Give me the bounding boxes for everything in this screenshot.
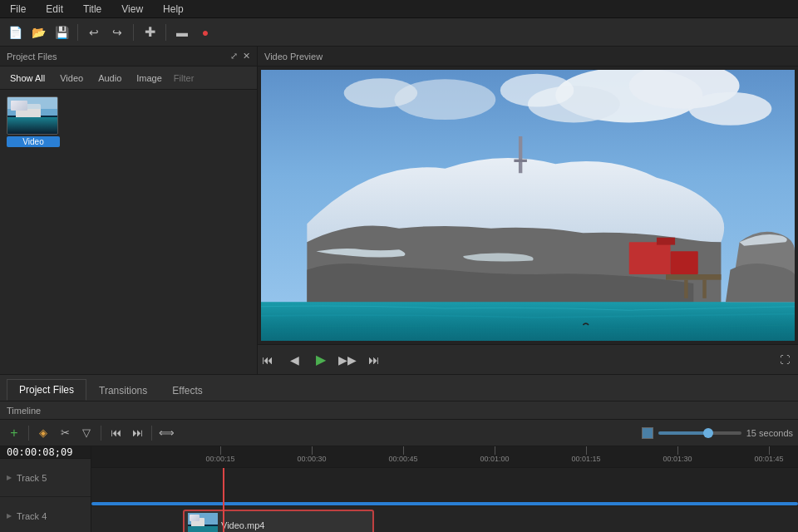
ruler-label: 00:01:30 — [663, 455, 692, 463]
track-labels: Track 5 Track 4 Track 0 — [0, 459, 91, 532]
svg-point-12 — [344, 78, 418, 107]
ruler-tick — [769, 446, 770, 455]
tl-sep-3 — [151, 426, 152, 441]
svg-rect-4 — [7, 97, 58, 109]
filter-input[interactable] — [174, 73, 224, 83]
svg-rect-16 — [671, 251, 698, 274]
video-controls: ⏮ ◀ ▶ ▶▶ ⏭ ⛶ — [258, 344, 798, 374]
svg-rect-3 — [7, 117, 58, 135]
track-row-4: Video.mp4 — [91, 506, 798, 532]
fullscreen-btn[interactable]: ⛶ — [775, 350, 795, 370]
ruler-tick — [495, 446, 495, 455]
open-button[interactable]: 📂 — [28, 22, 48, 42]
tab-audio[interactable]: Audio — [91, 71, 128, 86]
ruler-label: 00:00:15 — [205, 455, 234, 463]
tracks-area: Video.mp4 — [91, 468, 798, 532]
menu-file[interactable]: File — [7, 2, 29, 17]
tab-project-files[interactable]: Project Files — [7, 379, 86, 401]
svg-rect-13 — [519, 136, 522, 173]
svg-point-10 — [689, 92, 772, 126]
tl-sep-2 — [101, 426, 101, 441]
track-row-5 — [91, 468, 798, 506]
razor-btn[interactable]: ✂ — [56, 424, 74, 442]
snap-btn[interactable]: ◈ — [34, 424, 52, 442]
next-keyframe-btn[interactable]: ⏭ — [128, 424, 146, 442]
close-icon[interactable]: ✕ — [243, 51, 250, 62]
toolbar-separator-2 — [133, 24, 134, 41]
tl-sep-1 — [28, 426, 29, 441]
tab-image[interactable]: Image — [130, 71, 169, 86]
ruler-label: 00:00:45 — [388, 455, 417, 463]
timeline-ruler: 00:00:1500:00:3000:00:4500:01:0000:01:15… — [91, 446, 798, 468]
media-thumb-label: Video — [7, 136, 60, 147]
timeline-header: Timeline — [0, 401, 798, 420]
ruler-tick — [677, 446, 678, 455]
bottom-tabs-bar: Project Files Transitions Effects — [0, 375, 798, 401]
filter-btn[interactable]: ▽ — [77, 424, 96, 442]
redo-button[interactable]: ↪ — [107, 22, 127, 42]
render-button[interactable]: ● — [195, 22, 215, 42]
prev-keyframe-btn[interactable]: ⏮ — [106, 424, 125, 442]
timeline-toolbar: + ◈ ✂ ▽ ⏮ ⏭ ⟺ 15 seconds — [0, 420, 798, 446]
align-btn[interactable]: ⟺ — [157, 424, 175, 442]
ruler-tick — [312, 446, 313, 455]
track-5-bar — [91, 502, 798, 505]
svg-rect-14 — [514, 160, 526, 162]
menu-title[interactable]: Title — [80, 2, 105, 17]
timeline-zoom: 15 seconds — [642, 427, 793, 439]
video-preview-header: Video Preview — [258, 47, 798, 66]
tab-effects[interactable]: Effects — [160, 380, 214, 401]
tab-video[interactable]: Video — [53, 71, 90, 86]
zoom-label: 15 seconds — [746, 428, 793, 438]
track-label-5: Track 5 — [0, 459, 91, 497]
current-time-display: 00:00:08;09 — [7, 446, 72, 458]
undo-button[interactable]: ↩ — [84, 22, 104, 42]
svg-rect-25 — [188, 526, 218, 532]
project-files-tabs: Show All Video Audio Image — [0, 66, 257, 90]
video-clip[interactable]: Video.mp4 — [183, 510, 374, 532]
step-back-btn[interactable]: ◀ — [284, 350, 304, 370]
video-preview-title: Video Preview — [264, 52, 323, 62]
media-thumb-image — [7, 96, 58, 135]
timeline-area: Timeline + ◈ ✂ ▽ ⏮ ⏭ ⟺ 15 seconds — [0, 401, 798, 532]
project-files-title: Project Files — [7, 52, 57, 62]
expand-icon[interactable]: ⤢ — [230, 51, 238, 62]
preview-image — [261, 70, 795, 341]
left-panel: Project Files ⤢ ✕ Show All Video Audio I… — [0, 47, 258, 374]
toolbar-separator-1 — [77, 24, 78, 41]
ruler-tick — [403, 446, 404, 455]
main-area: Project Files ⤢ ✕ Show All Video Audio I… — [0, 47, 798, 532]
project-files-content: Video — [0, 90, 257, 374]
zoom-slider[interactable] — [658, 431, 741, 435]
skip-start-btn[interactable]: ⏮ — [258, 350, 278, 370]
menu-bar: File Edit Title View Help — [0, 0, 798, 18]
tab-transitions[interactable]: Transitions — [86, 380, 160, 401]
svg-rect-19 — [684, 280, 687, 298]
menu-edit[interactable]: Edit — [42, 2, 66, 17]
step-fwd-btn[interactable]: ▶▶ — [337, 350, 357, 370]
zoom-indicator — [642, 427, 653, 439]
add-button[interactable]: ✚ — [140, 22, 160, 42]
tab-show-all[interactable]: Show All — [3, 71, 52, 86]
play-btn[interactable]: ▶ — [311, 350, 331, 370]
save-button[interactable]: 💾 — [52, 22, 71, 42]
right-panel: Video Preview — [258, 47, 798, 374]
media-item-video[interactable]: Video — [7, 96, 60, 147]
ruler-label: 00:01:00 — [480, 455, 509, 463]
export-button[interactable]: ▬ — [172, 22, 192, 42]
add-track-btn[interactable]: + — [5, 424, 23, 442]
svg-point-9 — [500, 74, 574, 107]
menu-view[interactable]: View — [118, 2, 146, 17]
thumb-svg — [7, 97, 58, 135]
svg-rect-18 — [666, 274, 721, 280]
ruler-label: 00:01:45 — [754, 455, 783, 463]
menu-help[interactable]: Help — [160, 2, 187, 17]
track-label-4: Track 4 — [0, 497, 91, 532]
video-display — [261, 70, 795, 341]
new-button[interactable]: 📄 — [5, 22, 25, 42]
clip-label: Video.mp4 — [221, 520, 264, 530]
ruler-tick — [220, 446, 221, 455]
ruler-tick — [586, 446, 587, 455]
header-icons: ⤢ ✕ — [230, 51, 250, 62]
skip-end-btn[interactable]: ⏭ — [364, 350, 384, 370]
